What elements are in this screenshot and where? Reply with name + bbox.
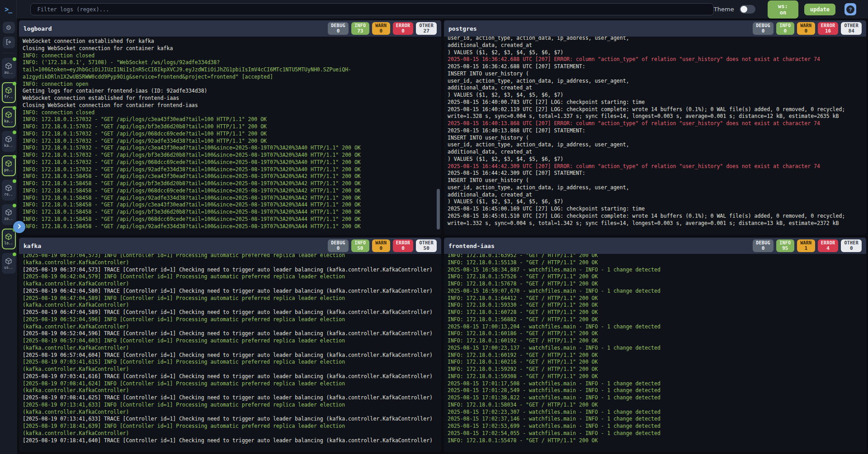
log-line: INFO: 172.18.0.1:57032 - "GET /api/logs/… bbox=[23, 166, 438, 173]
log-line: 2025-08-15 16:40:02.119 UTC [27] LOG: ch… bbox=[448, 106, 863, 113]
sidebar-item-ka[interactable]: ka.. bbox=[2, 131, 16, 152]
badge-count: 73 bbox=[354, 28, 366, 34]
badge-count: 0 bbox=[844, 246, 859, 251]
sidebar: ⚙ au..fr..ka..ka..po..re..zo..lo..us.. bbox=[0, 19, 17, 454]
log-line: INFO: 172.18.0.1:57678 - "GET / HTTP/1.1… bbox=[448, 281, 863, 288]
log-line: INFO: 172.18.0.1:57032 - "GET /api/logs/… bbox=[23, 152, 438, 159]
badge-error[interactable]: ERROR0 bbox=[393, 239, 414, 252]
badge-other[interactable]: OTHER0 bbox=[841, 239, 862, 252]
panels-grid: logboardDEBUG0INFO73WARN0ERROR0OTHER27We… bbox=[17, 19, 868, 454]
log-line: [2025-08-19 06:42:04,580] TRACE [Control… bbox=[23, 288, 438, 295]
sidebar-item-au[interactable]: au.. bbox=[2, 58, 16, 79]
log-output[interactable]: WebSocket connection established for kaf… bbox=[19, 37, 441, 235]
sidebar-expand-button[interactable] bbox=[13, 221, 25, 233]
badge-error[interactable]: ERROR0 bbox=[393, 22, 414, 35]
container-cube-icon bbox=[5, 160, 12, 167]
log-line: [2025-08-19 06:37:04,573] TRACE [Control… bbox=[23, 267, 438, 274]
badge-warn[interactable]: WARN0 bbox=[372, 22, 390, 35]
log-line: INFO: 172.18.0.1:59330 - "GET / HTTP/1.1… bbox=[448, 302, 863, 309]
log-line: Getting logs for container frontend-iaas… bbox=[23, 88, 438, 95]
sidebar-item-ka[interactable]: ka.. bbox=[2, 107, 16, 127]
log-line: [2025-08-19 06:47:04,589] INFO [Controll… bbox=[23, 295, 438, 302]
logout-button[interactable] bbox=[3, 37, 15, 48]
container-cube-icon bbox=[5, 184, 12, 192]
log-line: 2025-08-15 16:40:13.868 UTC [207] STATEM… bbox=[448, 127, 863, 135]
badge-count: 84 bbox=[844, 28, 859, 34]
settings-button[interactable]: ⚙ bbox=[3, 22, 15, 33]
sidebar-item-zo[interactable]: zo.. bbox=[2, 204, 16, 225]
help-button[interactable]: ? bbox=[844, 3, 856, 15]
log-filter-input[interactable] bbox=[30, 3, 713, 15]
badge-info[interactable]: INFO73 bbox=[351, 22, 369, 35]
sidebar-item-po[interactable]: po.. bbox=[2, 155, 16, 176]
log-line: INFO: 172.18.0.1:60216 - "GET / HTTP/1.1… bbox=[448, 359, 863, 366]
log-line: INFO: 172.18.0.1:57032 - "GET /api/logs/… bbox=[23, 131, 438, 138]
badge-warn[interactable]: WARN1 bbox=[797, 239, 815, 252]
panel-title: kafka bbox=[24, 243, 41, 249]
log-line: additional_data, created_at bbox=[448, 192, 863, 199]
log-line: INFO: connection open bbox=[23, 81, 438, 88]
panel-header: logboardDEBUG0INFO73WARN0ERROR0OTHER27 bbox=[19, 20, 441, 37]
theme-toggle-knob bbox=[741, 6, 747, 13]
log-line: WebSocket connection established for fro… bbox=[23, 95, 438, 102]
badge-info[interactable]: INFO50 bbox=[351, 239, 369, 252]
log-output[interactable]: [2025-08-19 06:37:04,573] INFO [Controll… bbox=[19, 254, 441, 452]
badge-debug[interactable]: DEBUG0 bbox=[753, 239, 774, 252]
log-line: ) VALUES ($1, $2, $3, $4, $5, $6, $7) bbox=[448, 156, 863, 163]
badge-count: 27 bbox=[419, 28, 434, 34]
log-line: a1zgydikDRln1X2wUBSRWW0cdd9Pyp9Oig&servi… bbox=[23, 74, 438, 81]
panel-title: postgres bbox=[448, 25, 477, 32]
websocket-status-button[interactable]: ws: on bbox=[768, 0, 798, 19]
log-line: INFO: 172.18.0.1:60192 - "GET / HTTP/1.1… bbox=[448, 352, 863, 359]
sidebar-item-re[interactable]: re.. bbox=[2, 180, 16, 201]
container-label: fr.. bbox=[4, 95, 13, 99]
badge-debug[interactable]: DEBUG0 bbox=[328, 22, 349, 35]
badge-error[interactable]: ERROR4 bbox=[818, 239, 839, 252]
log-line: (kafka.controller.KafkaController) bbox=[23, 409, 438, 416]
log-line: INFO: 172.18.0.1:58458 - "GET /api/logs/… bbox=[23, 201, 438, 209]
badge-warn[interactable]: WARN0 bbox=[372, 239, 390, 252]
panel-logboard: logboardDEBUG0INFO73WARN0ERROR0OTHER27We… bbox=[19, 20, 441, 235]
log-line: (kafka.controller.KafkaController) bbox=[23, 323, 438, 331]
log-line: (kafka.controller.KafkaController) bbox=[23, 366, 438, 373]
panel-kafka: kafkaDEBUG0INFO50WARN0ERROR0OTHER50[2025… bbox=[19, 238, 441, 452]
sidebar-item-lo[interactable]: lo.. bbox=[2, 229, 16, 249]
badge-info[interactable]: INFO0 bbox=[776, 22, 794, 35]
log-line: INFO: 172.18.0.1:58458 - "GET /api/logs/… bbox=[23, 195, 438, 202]
theme-toggle[interactable] bbox=[740, 5, 755, 14]
badge-other[interactable]: OTHER27 bbox=[416, 22, 437, 35]
badge-debug[interactable]: DEBUG0 bbox=[753, 22, 774, 35]
update-button[interactable]: update bbox=[804, 4, 835, 15]
log-line: tail=100&token=eyJhbGciOiJIUzI1NiIsInR5c… bbox=[23, 66, 438, 74]
log-line: ) VALUES ($1, $2, $3, $4, $5, $6, $7) bbox=[448, 92, 863, 99]
badge-debug[interactable]: DEBUG0 bbox=[328, 239, 349, 252]
badge-info[interactable]: INFO95 bbox=[776, 239, 794, 252]
panel-frontend-iaas: frontend-iaasDEBUG0INFO95WARN1ERROR4OTHE… bbox=[444, 238, 866, 452]
badge-other[interactable]: OTHER50 bbox=[416, 239, 437, 252]
log-line: 2025-08-15 17:02:54,055 - watchfiles.mai… bbox=[448, 430, 863, 437]
sidebar-item-fr[interactable]: fr.. bbox=[2, 82, 16, 103]
log-output[interactable]: INFO: 172.18.0.1:63952 - "GET / HTTP/1.1… bbox=[444, 254, 866, 452]
log-line: INFO: 172.18.0.1:60186 - "GET / HTTP/1.1… bbox=[448, 330, 863, 337]
badge-count: 0 bbox=[756, 246, 770, 251]
log-line: 2025-08-15 17:01:38,822 - watchfiles.mai… bbox=[448, 394, 863, 402]
badge-count: 0 bbox=[779, 28, 791, 34]
log-line: INFO: connection closed bbox=[23, 52, 438, 60]
log-line: [2025-08-19 06:47:04,589] TRACE [Control… bbox=[23, 309, 438, 316]
log-line: INFO: 172.18.0.1:55478 - "GET / HTTP/1.1… bbox=[448, 437, 863, 445]
log-output[interactable]: user_id, action_type, action_data, ip_ad… bbox=[444, 37, 866, 235]
log-line: INFO: 172.18.0.1:57032 - "GET /api/logs/… bbox=[23, 159, 438, 166]
log-line: INFO: 172.18.0.1:55138 - "GET / HTTP/1.1… bbox=[448, 259, 863, 267]
scrollbar-thumb[interactable] bbox=[437, 189, 440, 229]
log-line: 2025-08-15 16:45:01.510 UTC [27] LOG: ch… bbox=[448, 213, 863, 220]
badge-warn[interactable]: WARN0 bbox=[797, 22, 815, 35]
log-line: [2025-08-19 07:03:41,616] TRACE [Control… bbox=[23, 373, 438, 380]
log-lines: WebSocket connection established for kaf… bbox=[23, 38, 438, 230]
sidebar-item-us[interactable]: us.. bbox=[2, 253, 16, 274]
badge-other[interactable]: OTHER84 bbox=[841, 22, 862, 35]
badge-count: 0 bbox=[331, 28, 345, 34]
badge-error[interactable]: ERROR16 bbox=[818, 22, 839, 35]
log-line: (kafka.controller.KafkaController) bbox=[23, 387, 438, 394]
log-line: INFO: 172.18.0.1:60728 - "GET / HTTP/1.1… bbox=[448, 309, 863, 316]
log-line: INFO: 172.18.0.1:57032 - "GET /api/logs/… bbox=[23, 123, 438, 131]
